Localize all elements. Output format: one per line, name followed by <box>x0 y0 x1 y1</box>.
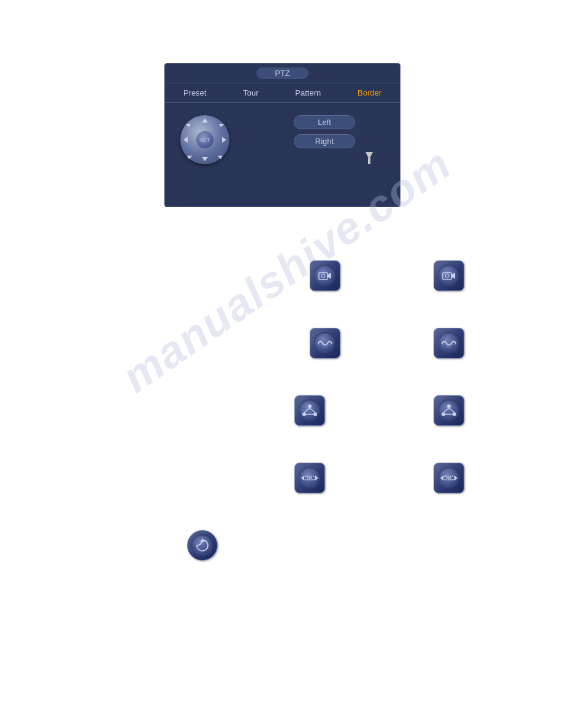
svg-point-6 <box>308 404 312 408</box>
ptz-panel: PTZ Preset Tour Pattern Border SET Left … <box>164 63 400 207</box>
left-button[interactable]: Left <box>294 115 355 129</box>
icon-camera-1[interactable] <box>310 260 340 291</box>
tab-border[interactable]: Border <box>353 87 386 99</box>
svg-marker-20 <box>315 476 318 480</box>
joystick-center[interactable]: SET <box>196 131 213 148</box>
ptz-title: PTZ <box>256 67 308 79</box>
joystick-down-arrow <box>202 157 208 161</box>
icon-wave-1[interactable] <box>310 328 340 358</box>
joystick[interactable]: SET <box>180 115 229 164</box>
svg-marker-1 <box>327 273 331 279</box>
joystick-up-arrow <box>202 118 208 123</box>
svg-marker-23 <box>440 476 443 480</box>
ptz-tabs: Preset Tour Pattern Border <box>165 83 400 103</box>
tab-preset[interactable]: Preset <box>178 87 212 99</box>
ptz-title-bar: PTZ <box>165 64 400 83</box>
joystick-downright-arrow <box>217 152 224 159</box>
joystick-upleft-arrow <box>185 120 192 127</box>
icon-pan-1[interactable] <box>294 463 325 493</box>
svg-point-12 <box>447 404 451 408</box>
svg-point-2 <box>321 274 325 278</box>
icon-share-2[interactable] <box>434 395 464 426</box>
tab-tour[interactable]: Tour <box>238 87 263 99</box>
icon-pan-2[interactable] <box>434 463 464 493</box>
joystick-downleft-arrow <box>185 152 192 159</box>
border-buttons: Left Right <box>294 115 355 176</box>
icon-share-1[interactable] <box>294 395 325 426</box>
ptz-content: SET Left Right <box>165 103 400 183</box>
tab-pattern[interactable]: Pattern <box>290 87 326 99</box>
icon-rotate[interactable] <box>187 530 218 561</box>
svg-line-15 <box>443 408 449 412</box>
svg-line-9 <box>304 408 310 412</box>
svg-line-10 <box>310 408 315 412</box>
svg-marker-4 <box>451 273 455 279</box>
svg-point-5 <box>445 274 449 278</box>
svg-marker-24 <box>454 476 458 480</box>
joystick-upright-arrow <box>217 120 224 127</box>
joystick-left-arrow <box>183 137 188 143</box>
joystick-right-arrow <box>222 137 226 143</box>
svg-line-16 <box>449 408 454 412</box>
icon-camera-2[interactable] <box>434 260 464 291</box>
icon-wave-2[interactable] <box>434 328 464 358</box>
right-button[interactable]: Right <box>294 134 355 148</box>
svg-marker-19 <box>301 476 304 480</box>
joystick-area: SET <box>180 115 236 170</box>
